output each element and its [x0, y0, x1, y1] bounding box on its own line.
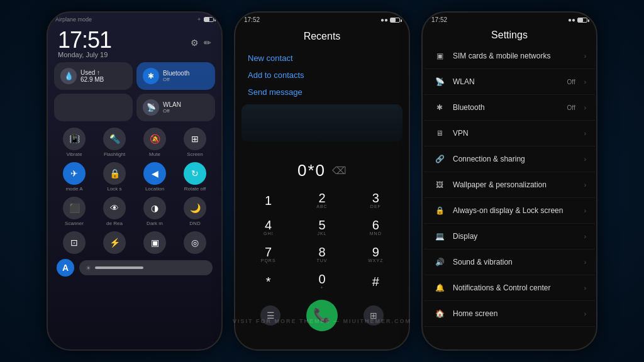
edit-icon[interactable]: ✏: [204, 38, 211, 48]
display-icon: 💻: [433, 229, 447, 243]
settings-item-notifications[interactable]: 🔔 Notifications & Control center ›: [424, 275, 595, 301]
extra2-btn[interactable]: ⚡: [103, 231, 126, 254]
display-text: Display: [453, 232, 578, 241]
bluetooth-settings-label: Bluetooth: [453, 103, 561, 112]
vibrate-btn[interactable]: 📳 Vibrate: [63, 128, 86, 157]
darkmode-icon: ◑: [143, 197, 166, 219]
add-contacts-btn[interactable]: Add to contacts: [248, 67, 396, 84]
keypad-btn[interactable]: ⊞: [364, 305, 384, 326]
bluetooth-icon: ✱: [143, 68, 159, 84]
wlan-status: Off: [163, 108, 181, 114]
extra4-btn[interactable]: ◎: [184, 231, 206, 254]
wlan-label: WLAN: [163, 101, 181, 108]
send-message-btn[interactable]: Send message: [248, 84, 396, 101]
rotate-btn[interactable]: ↻ Rotate off: [184, 162, 206, 192]
lock-icon: 🔒: [103, 162, 126, 185]
recents-header: Recents: [235, 25, 409, 46]
key-2[interactable]: 2ABC: [295, 187, 348, 214]
key-6[interactable]: 6MNO: [349, 214, 402, 241]
key-star[interactable]: *: [242, 268, 295, 295]
scanner-btn[interactable]: ⬛ Scanner: [63, 197, 86, 226]
settings-item-connection[interactable]: 🔗 Connection & sharing ›: [424, 146, 595, 172]
rotate-label: Rotate off: [184, 186, 206, 192]
vibrate-icon: 📳: [63, 128, 86, 150]
extra2-icon: ⚡: [103, 231, 126, 254]
dialer-grid: 1 2ABC 3DEF 4GHI 5JKL 6MNO 7PQRS 8TUV 9W…: [235, 187, 409, 295]
notifications-text: Notifications & Control center: [453, 283, 578, 292]
dnd-btn[interactable]: 🌙 DND: [184, 197, 206, 226]
sim-arrow: ›: [584, 53, 586, 60]
key-5[interactable]: 5JKL: [295, 214, 348, 241]
settings-item-vpn[interactable]: 🖥 VPN ›: [424, 121, 595, 146]
clock-action-icons[interactable]: ⚙ ✏: [191, 38, 211, 48]
wlan-badge: Off: [567, 79, 575, 85]
settings-item-display[interactable]: 💻 Display ›: [424, 224, 595, 250]
sound-label: Sound & vibration: [453, 258, 578, 266]
key-0[interactable]: 0+: [295, 268, 348, 295]
flashlight-btn[interactable]: 🔦 Flashlight: [103, 128, 126, 157]
call-button[interactable]: 📞: [306, 300, 338, 331]
key-1[interactable]: 1: [242, 187, 295, 214]
extra3-btn[interactable]: ▣: [143, 231, 166, 254]
menu-btn[interactable]: ☰: [260, 305, 280, 326]
display-arrow: ›: [584, 233, 586, 240]
settings-icon[interactable]: ⚙: [191, 38, 199, 48]
battery-3: [577, 18, 587, 23]
homescreen-label: Home screen: [453, 309, 578, 318]
delete-btn[interactable]: ⌫: [332, 165, 347, 177]
data-value: 62.9 MB: [80, 76, 104, 83]
location-btn[interactable]: ◀ Location: [143, 162, 166, 192]
settings-item-bluetooth[interactable]: ✱ Bluetooth Off ›: [424, 95, 595, 121]
homescreen-arrow: ›: [584, 310, 586, 317]
mute-btn[interactable]: 🔕 Mute: [143, 128, 166, 157]
vibrate-label: Vibrate: [66, 151, 82, 157]
bluetooth-badge: Off: [567, 104, 575, 111]
bluetooth-settings-text: Bluetooth: [453, 103, 561, 112]
brightness-bar[interactable]: ☀: [79, 260, 213, 275]
status-bar-2: 17:52 ●●: [235, 13, 409, 25]
recents-actions: New contact Add to contacts Send message: [235, 46, 409, 104]
airplane-btn[interactable]: ✈ mode A: [63, 162, 86, 192]
clock-date: Monday, July 19: [58, 51, 111, 58]
display-label: Display: [453, 232, 578, 241]
wallpaper-icon: 🖼: [433, 178, 447, 192]
phone-settings: 17:52 ●● Settings ▣ SIM cards & mobile n…: [421, 11, 597, 351]
bluetooth-card[interactable]: ✱ Bluetooth Off: [136, 62, 215, 90]
wlan-card[interactable]: 📡 WLAN Off: [136, 94, 215, 121]
scanner-label: Scanner: [65, 221, 84, 226]
key-7[interactable]: 7PQRS: [242, 241, 295, 268]
bluetooth-status: Off: [163, 77, 189, 82]
icon-row-2: ✈ mode A 🔒 Lock s ◀ Location ↻ Rotate of…: [48, 160, 221, 194]
new-contact-btn[interactable]: New contact: [248, 50, 396, 67]
key-hash[interactable]: #: [349, 268, 402, 295]
settings-item-lockscreen[interactable]: 🔒 Always-on display & Lock screen ›: [424, 198, 595, 224]
lock-btn[interactable]: 🔒 Lock s: [103, 162, 126, 192]
settings-item-wallpaper[interactable]: 🖼 Wallpaper & personalization ›: [424, 172, 595, 198]
extra1-icon: ⊡: [63, 231, 86, 254]
darkmode-btn[interactable]: ◑ Dark m: [143, 197, 166, 226]
time-3: 17:52: [431, 16, 447, 23]
key-3[interactable]: 3DEF: [349, 187, 402, 214]
settings-item-wlan[interactable]: 📡 WLAN Off ›: [424, 69, 595, 95]
battery-2: [390, 18, 400, 23]
icon-row-3: ⬛ Scanner 👁 de Rea ◑ Dark m 🌙 DND: [48, 194, 221, 229]
data-card[interactable]: 💧 Used ↑ 62.9 MB: [54, 62, 133, 90]
settings-list: ▣ SIM cards & mobile networks › 📡 WLAN O…: [423, 43, 596, 327]
key-9[interactable]: 9WXYZ: [349, 241, 402, 268]
key-8[interactable]: 8TUV: [295, 241, 348, 268]
empty-toggle[interactable]: [54, 94, 133, 121]
wlan-settings-text: WLAN: [453, 77, 561, 86]
extra1-btn[interactable]: ⊡: [63, 231, 86, 254]
settings-item-sound[interactable]: 🔊 Sound & vibration ›: [424, 250, 595, 275]
data-used: Used ↑: [80, 69, 104, 76]
extra4-icon: ◎: [184, 231, 206, 254]
location-icon: ◀: [143, 162, 166, 185]
airplane-mode-label: mode A: [65, 186, 82, 192]
avatar-btn[interactable]: A: [57, 259, 74, 277]
settings-item-sim[interactable]: ▣ SIM cards & mobile networks ›: [424, 43, 595, 69]
reader-btn[interactable]: 👁 de Rea: [103, 197, 126, 226]
screen-btn[interactable]: ⊞ Screen: [184, 128, 206, 157]
notifications-arrow: ›: [584, 285, 586, 292]
settings-item-homescreen[interactable]: 🏠 Home screen ›: [424, 301, 595, 327]
key-4[interactable]: 4GHI: [242, 214, 295, 241]
